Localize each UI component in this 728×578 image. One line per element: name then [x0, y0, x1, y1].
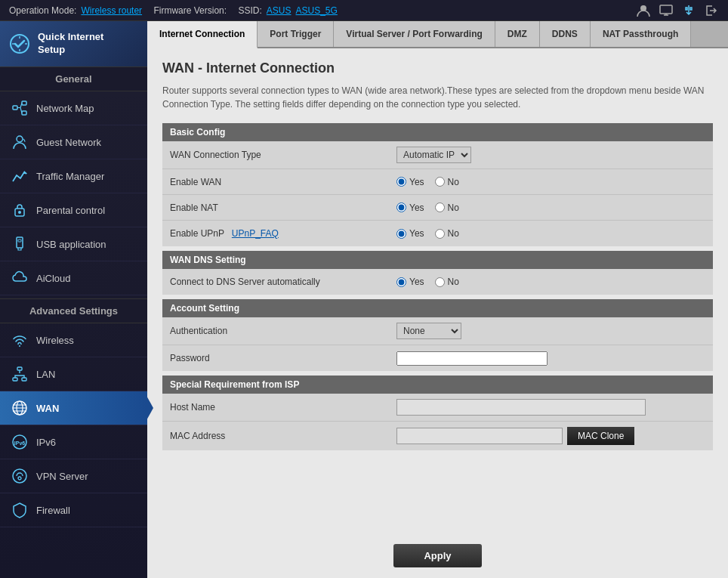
mac-address-label: MAC Address	[170, 431, 396, 441]
enable-nat-row: Enable NAT Yes No	[162, 195, 713, 221]
enable-nat-no[interactable]: No	[435, 202, 459, 213]
password-control	[396, 351, 705, 366]
tab-dmz[interactable]: DMZ	[495, 21, 540, 47]
password-label: Password	[170, 353, 396, 363]
wan-dns-header: WAN DNS Setting	[162, 251, 713, 269]
svg-rect-9	[17, 237, 23, 248]
ssid-5g-value[interactable]: ASUS_5G	[296, 5, 338, 16]
svg-rect-14	[22, 378, 26, 381]
enable-wan-yes[interactable]: Yes	[396, 177, 424, 187]
sidebar-item-aicloud[interactable]: AiCloud	[0, 261, 147, 295]
mac-clone-button[interactable]: MAC Clone	[567, 427, 634, 445]
enable-wan-label: Enable WAN	[170, 177, 396, 187]
tab-ddns[interactable]: DDNS	[540, 21, 591, 47]
operation-mode-label: Operation Mode:	[9, 5, 76, 16]
enable-upnp-row: Enable UPnP UPnP_FAQ Yes No	[162, 221, 713, 246]
wan-connection-type-label: WAN Connection Type	[170, 150, 396, 160]
svg-rect-12	[17, 367, 22, 370]
general-section-label: General	[0, 66, 147, 91]
operation-mode-value[interactable]: Wireless router	[81, 5, 142, 16]
traffic-manager-label: Traffic Manager	[36, 171, 104, 182]
tab-internet-connection[interactable]: Internet Connection	[147, 21, 258, 48]
sidebar-item-traffic-manager[interactable]: Traffic Manager	[0, 159, 147, 193]
network-map-icon	[11, 99, 29, 117]
tab-nat-passthrough[interactable]: NAT Passthrough	[591, 21, 691, 47]
sidebar-item-network-map[interactable]: Network Map	[0, 91, 147, 125]
section-basic-config: Basic Config WAN Connection Type Automat…	[162, 123, 713, 246]
main-content: Internet Connection Port Trigger Virtual…	[147, 21, 728, 578]
enable-nat-control: Yes No	[396, 202, 705, 213]
enable-upnp-yes[interactable]: Yes	[396, 228, 424, 239]
dns-auto-control: Yes No	[396, 277, 705, 287]
sidebar-item-lan[interactable]: LAN	[0, 357, 147, 391]
account-setting-header: Account Setting	[162, 299, 713, 317]
enable-nat-yes[interactable]: Yes	[396, 202, 424, 213]
basic-config-body: WAN Connection Type Automatic IP PPPoE P…	[162, 141, 713, 246]
password-row: Password	[162, 345, 713, 371]
enable-wan-radios: Yes No	[396, 177, 705, 187]
usb-topbar-icon[interactable]	[681, 3, 696, 18]
basic-config-header: Basic Config	[162, 123, 713, 141]
quick-setup-item[interactable]: Quick InternetSetup	[0, 21, 147, 66]
enable-wan-no[interactable]: No	[435, 177, 459, 187]
quick-setup-label: Quick InternetSetup	[38, 31, 103, 57]
account-setting-body: Authentication None PAP CHAP MS-CHAP Pas…	[162, 317, 713, 371]
enable-upnp-no[interactable]: No	[435, 228, 459, 239]
firmware-label: Firmware Version:	[153, 5, 227, 16]
mac-input-group: MAC Clone	[396, 427, 705, 445]
svg-rect-10	[18, 240, 21, 242]
page-description: Router supports several connection types…	[162, 84, 713, 111]
guest-network-label: Guest Network	[36, 137, 101, 148]
user-icon[interactable]	[636, 3, 651, 18]
mac-address-input[interactable]	[396, 428, 563, 444]
network-map-label: Network Map	[36, 103, 94, 114]
apply-row: Apply	[147, 533, 728, 578]
hostname-row: Host Name	[162, 394, 713, 422]
ssid-label: SSID:	[238, 5, 261, 16]
sidebar-item-usb-application[interactable]: USB application	[0, 227, 147, 261]
svg-point-11	[19, 345, 20, 347]
tab-port-trigger[interactable]: Port Trigger	[258, 21, 334, 47]
content-area: WAN - Internet Connection Router support…	[147, 48, 728, 533]
authentication-select[interactable]: None PAP CHAP MS-CHAP	[396, 323, 461, 339]
sidebar-item-ipv6[interactable]: IPv6 IPv6	[0, 425, 147, 459]
svg-rect-4	[22, 101, 26, 105]
topbar-icons	[636, 3, 719, 18]
logout-icon[interactable]	[704, 3, 719, 18]
aicloud-icon	[11, 269, 29, 287]
enable-nat-radios: Yes No	[396, 202, 705, 213]
sidebar-item-wan[interactable]: WAN	[0, 391, 147, 425]
dns-auto-yes[interactable]: Yes	[396, 277, 424, 287]
sidebar-item-parental-control[interactable]: Parental control	[0, 193, 147, 227]
lan-icon	[11, 365, 29, 383]
monitor-icon[interactable]	[659, 3, 674, 18]
traffic-manager-icon	[11, 167, 29, 185]
ipv6-icon: IPv6	[11, 433, 29, 451]
wan-connection-type-select[interactable]: Automatic IP PPPoE PPTP L2TP Static IP	[396, 147, 471, 163]
ssid-value[interactable]: ASUS	[267, 5, 292, 16]
svg-rect-5	[22, 111, 26, 115]
wan-icon	[11, 399, 29, 417]
sidebar-item-firewall[interactable]: Firewall	[0, 493, 147, 527]
svg-point-20	[18, 477, 21, 480]
tab-virtual-server[interactable]: Virtual Server / Port Forwarding	[334, 21, 495, 47]
enable-upnp-radios: Yes No	[396, 228, 705, 239]
dns-auto-no[interactable]: No	[435, 277, 459, 287]
authentication-label: Authentication	[170, 326, 396, 336]
hostname-input[interactable]	[396, 399, 646, 416]
sidebar-item-guest-network[interactable]: Guest Network	[0, 125, 147, 159]
apply-button[interactable]: Apply	[393, 544, 481, 567]
wan-connection-type-row: WAN Connection Type Automatic IP PPPoE P…	[162, 141, 713, 169]
upnp-faq-link[interactable]: UPnP_FAQ	[232, 228, 279, 239]
page-title: WAN - Internet Connection	[162, 60, 713, 76]
parental-control-icon	[11, 201, 29, 219]
password-input[interactable]	[396, 351, 548, 366]
sidebar-item-wireless[interactable]: Wireless	[0, 323, 147, 357]
wan-connection-type-control: Automatic IP PPPoE PPTP L2TP Static IP	[396, 147, 705, 163]
sidebar-item-vpn-server[interactable]: VPN Server	[0, 459, 147, 493]
mac-address-row: MAC Address MAC Clone	[162, 422, 713, 450]
main-layout: Quick InternetSetup General Network Map	[0, 21, 728, 578]
svg-rect-13	[13, 378, 17, 381]
svg-rect-1	[660, 5, 672, 14]
advanced-settings-label: Advanced Settings	[0, 298, 147, 323]
